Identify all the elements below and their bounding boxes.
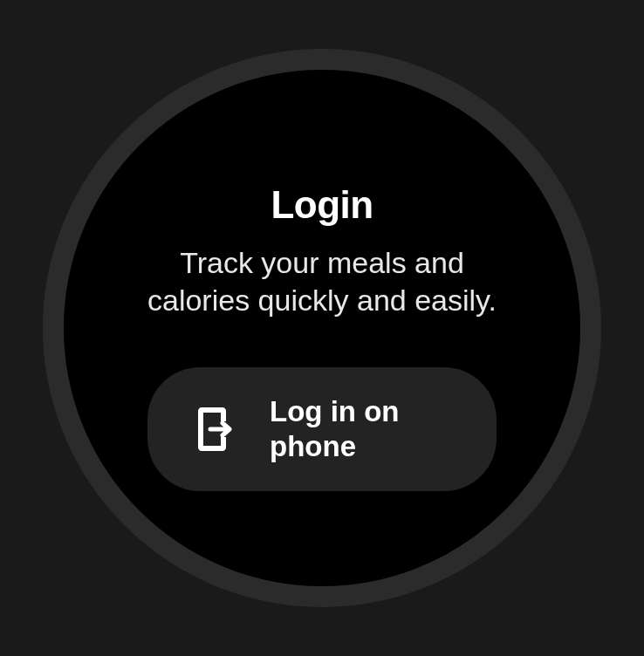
watch-face: Login Track your meals and calories quic…	[43, 49, 601, 607]
login-button-label: Log in on phone	[270, 394, 399, 463]
description-text: Track your meals and calories quickly an…	[130, 244, 514, 318]
login-on-phone-button[interactable]: Log in on phone	[147, 367, 497, 491]
phone-login-icon	[195, 404, 236, 454]
page-title: Login	[271, 183, 373, 227]
